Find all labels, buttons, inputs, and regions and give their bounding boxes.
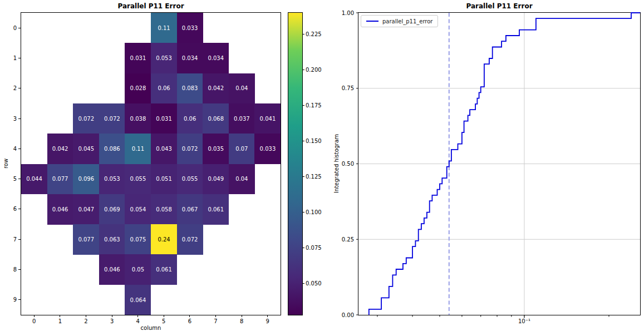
heatmap-xlabel: column xyxy=(21,325,281,331)
heatmap-y-tick-label: 3 xyxy=(3,115,17,122)
colorbar-tick xyxy=(302,212,304,213)
heatmap-cell-value: 0.034 xyxy=(208,55,224,61)
cdf-chart-area xyxy=(358,13,640,315)
heatmap-cell-value: 0.061 xyxy=(156,266,172,273)
legend-line-sample xyxy=(366,21,378,22)
cdf-y-tick-label: 0.50 xyxy=(336,160,354,167)
heatmap-x-tick-label: 4 xyxy=(132,318,144,325)
heatmap-cell-value: 0.077 xyxy=(78,236,94,243)
colorbar-tick xyxy=(302,248,304,248)
heatmap-cell: 0.11 xyxy=(125,134,151,164)
heatmap-x-tick xyxy=(112,315,112,317)
heatmap-cell: 0.046 xyxy=(99,254,125,285)
cdf-title: Parallel P11 Error xyxy=(358,2,640,10)
colorbar-tick xyxy=(302,34,304,34)
heatmap-cell-value: 0.033 xyxy=(182,25,198,31)
heatmap-cell-value: 0.07 xyxy=(235,146,248,152)
heatmap-cell: 0.031 xyxy=(125,43,151,73)
heatmap-cell: 0.061 xyxy=(203,194,229,225)
colorbar-tick-label: 0.225 xyxy=(306,31,322,38)
heatmap-cell: 0.045 xyxy=(73,134,99,164)
heatmap-cell: 0.046 xyxy=(47,194,73,225)
heatmap-cell-value: 0.049 xyxy=(208,176,224,182)
heatmap-cell-value: 0.042 xyxy=(208,85,224,91)
cdf-y-tick-label: 0.00 xyxy=(336,312,354,319)
heatmap-x-tick-label: 1 xyxy=(55,318,66,325)
heatmap-cell: 0.031 xyxy=(151,103,177,134)
heatmap-cell: 0.033 xyxy=(177,13,203,43)
heatmap-cell: 0.055 xyxy=(177,164,203,195)
heatmap-cell-value: 0.037 xyxy=(234,116,250,122)
heatmap-cell: 0.044 xyxy=(21,164,47,195)
heatmap-cell-value: 0.035 xyxy=(208,146,224,152)
colorbar-tick-label: 0.075 xyxy=(306,244,322,251)
cdf-y-tick-label: 1.00 xyxy=(336,9,354,17)
heatmap-cell: 0.047 xyxy=(73,194,99,225)
heatmap-cell: 0.055 xyxy=(125,164,151,195)
colorbar-tick xyxy=(302,283,304,284)
figure-canvas: Parallel P11 Error 0.110.0330.0310.0530.… xyxy=(0,0,644,336)
heatmap-cell: 0.077 xyxy=(73,224,99,255)
heatmap-y-tick-label: 7 xyxy=(3,236,17,243)
heatmap-cell: 0.072 xyxy=(177,224,203,255)
heatmap-x-tick xyxy=(34,315,35,317)
colorbar-tick-label: 0.125 xyxy=(306,173,322,180)
heatmap-cell-value: 0.11 xyxy=(158,25,170,31)
heatmap-cell-value: 0.068 xyxy=(208,116,224,122)
heatmap-cell-value: 0.072 xyxy=(182,146,198,152)
heatmap-cell-value: 0.083 xyxy=(182,85,198,91)
heatmap-cell: 0.06 xyxy=(177,103,203,134)
heatmap-cell-value: 0.045 xyxy=(78,146,94,152)
heatmap-cell-value: 0.05 xyxy=(132,266,144,273)
heatmap-cell: 0.035 xyxy=(203,134,229,164)
heatmap-cell: 0.06 xyxy=(151,73,177,104)
heatmap-cell: 0.067 xyxy=(177,194,203,225)
heatmap-x-tick-label: 5 xyxy=(158,318,169,325)
heatmap-title: Parallel P11 Error xyxy=(21,2,281,10)
heatmap-x-tick xyxy=(215,315,216,317)
heatmap-cell: 0.049 xyxy=(203,164,229,195)
heatmap-y-tick xyxy=(18,118,21,119)
heatmap-cell-value: 0.096 xyxy=(78,176,94,182)
heatmap-y-tick xyxy=(18,28,21,28)
heatmap-y-tick xyxy=(18,209,21,209)
colorbar-tick-label: 0.200 xyxy=(306,66,322,73)
heatmap-cell-value: 0.04 xyxy=(235,176,248,182)
heatmap-cell-value: 0.044 xyxy=(26,176,42,182)
heatmap-x-tick-label: 8 xyxy=(236,318,247,325)
heatmap-cell-value: 0.06 xyxy=(184,116,196,122)
cdf-y-tick-label: 0.75 xyxy=(336,85,354,92)
heatmap-cell: 0.072 xyxy=(99,103,125,134)
heatmap-cell: 0.053 xyxy=(151,43,177,73)
heatmap-cell: 0.086 xyxy=(99,134,125,164)
legend-label: parallel_p11_error xyxy=(382,18,432,24)
heatmap-cell-value: 0.072 xyxy=(182,236,198,243)
colorbar-tick xyxy=(302,70,304,70)
heatmap-y-tick-label: 8 xyxy=(3,266,17,273)
heatmap-cell-value: 0.028 xyxy=(130,85,146,91)
heatmap-cell-value: 0.086 xyxy=(104,146,120,152)
heatmap-cell: 0.07 xyxy=(229,134,255,164)
heatmap-cell: 0.069 xyxy=(99,194,125,225)
colorbar-tick-label: 0.100 xyxy=(306,209,322,216)
heatmap-y-tick-label: 9 xyxy=(3,296,17,303)
heatmap-cell-value: 0.034 xyxy=(182,55,198,61)
heatmap-x-tick-label: 9 xyxy=(262,318,273,325)
heatmap-cell: 0.061 xyxy=(151,254,177,285)
heatmap-cell-value: 0.24 xyxy=(158,236,170,243)
heatmap-cell: 0.028 xyxy=(125,73,151,104)
heatmap-cell: 0.038 xyxy=(125,103,151,134)
heatmap-y-tick-label: 2 xyxy=(3,85,17,92)
cdf-x-major-tick-label: 10⁻¹ xyxy=(518,318,530,324)
heatmap-y-tick xyxy=(18,179,21,179)
heatmap-cell-value: 0.043 xyxy=(156,146,172,152)
heatmap-cell: 0.034 xyxy=(203,43,229,73)
heatmap-cell-value: 0.058 xyxy=(156,206,172,213)
heatmap-cell-value: 0.053 xyxy=(156,55,172,61)
heatmap-x-tick xyxy=(189,315,190,317)
heatmap-x-tick xyxy=(242,315,242,317)
heatmap-cell-value: 0.042 xyxy=(52,146,68,152)
colorbar xyxy=(288,12,303,315)
heatmap-cell-value: 0.041 xyxy=(260,116,276,122)
heatmap-cell-value: 0.055 xyxy=(130,176,146,182)
